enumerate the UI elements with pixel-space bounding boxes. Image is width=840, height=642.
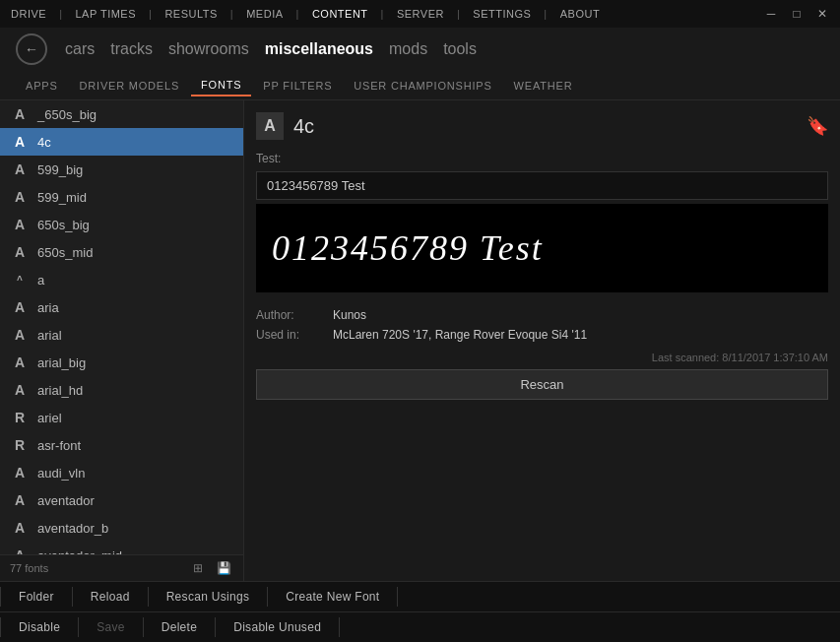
main-layout: A _650s_big A 4c A 599_big A 599_mid A 6… xyxy=(0,100,840,581)
subnav-driver-models[interactable]: DRIVER MODELS xyxy=(70,76,189,96)
subnav-fonts[interactable]: FONTS xyxy=(191,75,251,96)
font-count-bar: 77 fonts ⊞ 💾 xyxy=(0,554,243,581)
list-item[interactable]: A 650s_big xyxy=(0,211,243,238)
list-item[interactable]: R ariel xyxy=(0,404,243,431)
disable-button[interactable]: Disable xyxy=(1,612,78,642)
list-item[interactable]: A 650s_mid xyxy=(0,238,243,266)
menu-about[interactable]: ABOUT xyxy=(557,8,603,20)
list-item[interactable]: ^ a xyxy=(0,266,243,293)
sep5: | xyxy=(381,8,384,20)
bookmark-icon[interactable]: 🔖 xyxy=(807,115,828,137)
font-a-icon: A xyxy=(10,160,30,179)
list-item[interactable]: A aventador xyxy=(0,486,243,514)
sidebar-icons: ⊞ 💾 xyxy=(188,558,233,578)
rescan-button[interactable]: Rescan xyxy=(256,369,828,400)
nav-showrooms[interactable]: showrooms xyxy=(162,40,255,58)
save-button: Save xyxy=(79,612,143,642)
font-header-left: A 4c xyxy=(256,112,314,140)
list-item[interactable]: A 599_mid xyxy=(0,183,243,211)
font-item-label: 650s_mid xyxy=(37,245,93,260)
font-item-label: aventador_b xyxy=(37,521,108,536)
maximize-button[interactable]: □ xyxy=(787,4,807,24)
nav-tools[interactable]: tools xyxy=(437,40,483,58)
list-item[interactable]: R asr-font xyxy=(0,431,243,459)
subnav-user-championships[interactable]: USER CHAMPIONSHIPS xyxy=(344,76,501,96)
font-item-label: ariel xyxy=(37,411,62,425)
window-controls: ─ □ ✕ xyxy=(761,4,832,24)
font-item-label: _650s_big xyxy=(37,107,97,122)
rescan-usings-button[interactable]: Rescan Usings xyxy=(149,582,268,611)
font-r-icon: R xyxy=(10,435,30,455)
scan-time: Last scanned: 8/11/2017 1:37:10 AM xyxy=(256,352,828,363)
list-item[interactable]: A _650s_big xyxy=(0,100,243,128)
menu-settings[interactable]: SETTINGS xyxy=(470,8,534,20)
nav-bar: ← cars tracks showrooms miscellaneous mo… xyxy=(0,28,840,71)
used-in-label: Used in: xyxy=(256,328,325,342)
title-bar-menu: DRIVE | LAP TIMES | RESULTS | MEDIA | CO… xyxy=(8,8,603,20)
font-item-label: arial xyxy=(37,328,62,343)
font-count: 77 fonts xyxy=(10,562,48,574)
menu-content[interactable]: CONTENT xyxy=(309,8,371,20)
font-item-label: 650s_big xyxy=(37,218,90,232)
author-row: Author: Kunos xyxy=(256,308,828,322)
used-in-row: Used in: McLaren 720S '17, Range Rover E… xyxy=(256,328,828,342)
font-a-icon: A xyxy=(10,215,30,234)
font-item-label: audi_vln xyxy=(37,466,85,481)
font-item-label: 599_mid xyxy=(37,190,87,205)
subnav-apps[interactable]: APPS xyxy=(16,76,68,96)
toolbar-row-1: Folder Reload Rescan Usings Create New F… xyxy=(0,582,840,611)
close-button[interactable]: ✕ xyxy=(812,4,832,24)
font-item-label: arial_big xyxy=(37,355,86,370)
font-header-icon: A xyxy=(256,112,284,140)
menu-drive[interactable]: DRIVE xyxy=(8,8,49,20)
nav-tracks[interactable]: tracks xyxy=(104,40,159,58)
folder-button[interactable]: Folder xyxy=(1,582,72,611)
sep2: | xyxy=(149,8,152,20)
toolbar-sep xyxy=(339,617,340,637)
author-value: Kunos xyxy=(333,308,366,322)
font-item-label: 599_big xyxy=(37,162,83,177)
list-item[interactable]: A arial xyxy=(0,321,243,349)
nav-miscellaneous[interactable]: miscellaneous xyxy=(259,40,379,58)
font-a-icon: A xyxy=(10,463,30,482)
font-a-icon: A xyxy=(10,490,30,510)
delete-button[interactable]: Delete xyxy=(144,612,216,642)
list-item[interactable]: A 4c xyxy=(0,128,243,156)
menu-media[interactable]: MEDIA xyxy=(243,8,286,20)
menu-laptimes[interactable]: LAP TIMES xyxy=(72,8,139,20)
nav-mods[interactable]: mods xyxy=(383,40,433,58)
font-r-icon: R xyxy=(10,408,30,427)
back-button[interactable]: ← xyxy=(16,33,47,65)
font-item-label: aria xyxy=(37,300,59,315)
font-name-title: 4c xyxy=(293,115,314,138)
list-item[interactable]: A aventador_b xyxy=(0,514,243,542)
list-item[interactable]: A arial_big xyxy=(0,349,243,376)
font-header: A 4c 🔖 xyxy=(256,112,828,140)
test-preview: 0123456789 Test xyxy=(256,204,828,292)
preview-text: 0123456789 Test xyxy=(272,227,544,269)
save-icon[interactable]: 💾 xyxy=(214,558,233,578)
list-item[interactable]: A audi_vln xyxy=(0,459,243,486)
menu-results[interactable]: RESULTS xyxy=(162,8,220,20)
nav-cars[interactable]: cars xyxy=(59,40,100,58)
author-label: Author: xyxy=(256,308,325,322)
content-area: A 4c 🔖 Test: 0123456789 Test Author: Kun… xyxy=(244,100,840,581)
reload-button[interactable]: Reload xyxy=(73,582,148,611)
subnav-weather[interactable]: WEATHER xyxy=(504,76,583,96)
list-item[interactable]: A arial_hd xyxy=(0,376,243,404)
disable-unused-button[interactable]: Disable Unused xyxy=(216,612,339,642)
test-input[interactable] xyxy=(256,171,828,200)
font-item-label: aventador xyxy=(37,493,95,508)
used-in-value: McLaren 720S '17, Range Rover Evoque Si4… xyxy=(333,328,587,342)
grid-icon[interactable]: ⊞ xyxy=(188,558,208,578)
menu-server[interactable]: SERVER xyxy=(394,8,447,20)
sep7: | xyxy=(544,8,547,20)
create-new-font-button[interactable]: Create New Font xyxy=(268,582,397,611)
list-item[interactable]: A aria xyxy=(0,293,243,321)
list-item[interactable]: A 599_big xyxy=(0,156,243,183)
font-item-label: 4c xyxy=(37,135,51,150)
font-caret-icon: ^ xyxy=(10,270,30,289)
minimize-button[interactable]: ─ xyxy=(761,4,781,24)
subnav-pp-filters[interactable]: PP FILTERS xyxy=(253,76,342,96)
sub-nav: APPS DRIVER MODELS FONTS PP FILTERS USER… xyxy=(0,71,840,100)
